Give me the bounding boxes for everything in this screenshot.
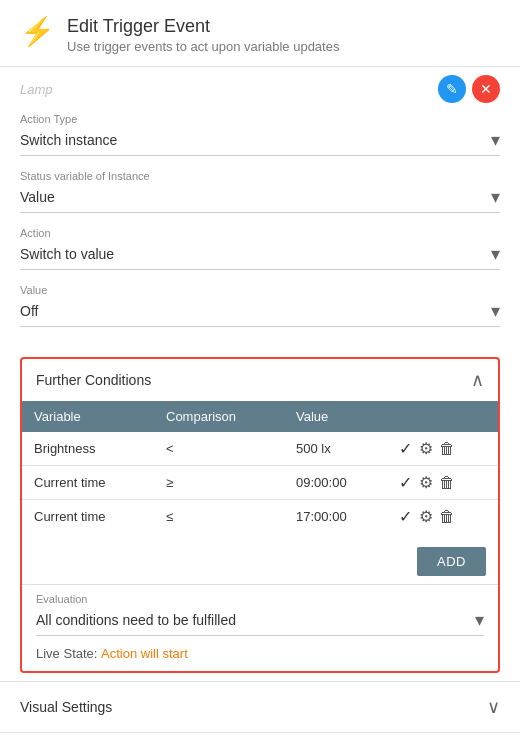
visual-settings-section[interactable]: Visual Settings ∨: [0, 681, 520, 732]
row-comparison: <: [154, 432, 284, 466]
gear-icon[interactable]: ⚙: [419, 474, 433, 491]
delete-row-icon[interactable]: 🗑: [439, 474, 455, 491]
visual-settings-chevron: ∨: [487, 696, 500, 718]
dialog-header: ⚡ Edit Trigger Event Use trigger events …: [0, 0, 520, 67]
gear-icon[interactable]: ⚙: [419, 440, 433, 457]
live-state-value[interactable]: Action will start: [101, 646, 188, 661]
action-arrow: ▾: [491, 243, 500, 265]
row-variable: Current time: [22, 500, 154, 534]
content-inner: Lamp ✎ ✕ Action Type Switch instance ▾: [0, 67, 520, 749]
delete-row-icon[interactable]: 🗑: [439, 508, 455, 525]
value-select[interactable]: Off ▾: [20, 300, 500, 327]
live-state: Live State: Action will start: [22, 642, 498, 671]
row-value: 09:00:00: [284, 466, 387, 500]
evaluation-value: All conditions need to be fulfilled: [36, 612, 475, 628]
row-value: 17:00:00: [284, 500, 387, 534]
truncated-area: Lamp ✎ ✕: [0, 67, 520, 105]
row-actions: ✓ ⚙ 🗑: [387, 500, 498, 534]
col-variable: Variable: [22, 401, 154, 432]
value-arrow: ▾: [491, 300, 500, 322]
row-variable: Current time: [22, 466, 154, 500]
row-comparison: ≤: [154, 500, 284, 534]
status-variable-field: Status variable of Instance Value ▾: [20, 170, 500, 213]
visual-settings-title: Visual Settings: [20, 699, 112, 715]
further-conditions-header[interactable]: Further Conditions ∧: [22, 359, 498, 401]
header-text: Edit Trigger Event Use trigger events to…: [67, 16, 339, 54]
status-variable-value: Value: [20, 189, 491, 205]
evaluation-arrow: ▾: [475, 609, 484, 631]
action-type-value: Switch instance: [20, 132, 491, 148]
further-conditions-title: Further Conditions: [36, 372, 151, 388]
row-value: 500 lx: [284, 432, 387, 466]
add-button[interactable]: ADD: [417, 547, 486, 576]
action-label: Action: [20, 227, 500, 239]
action-type-select[interactable]: Switch instance ▾: [20, 129, 500, 156]
action-field: Action Switch to value ▾: [20, 227, 500, 270]
col-value: Value: [284, 401, 387, 432]
delete-icon-button[interactable]: ✕: [472, 75, 500, 103]
row-variable: Brightness: [22, 432, 154, 466]
truncated-label: Lamp: [20, 82, 53, 97]
action-type-field: Action Type Switch instance ▾: [20, 113, 500, 156]
evaluation-select[interactable]: All conditions need to be fulfilled ▾: [36, 609, 484, 636]
action-value: Switch to value: [20, 246, 491, 262]
further-conditions-section: Further Conditions ∧ Variable Comparison…: [20, 357, 500, 673]
table-row: Current time ≥ 09:00:00 ✓ ⚙ 🗑: [22, 466, 498, 500]
delete-row-icon[interactable]: 🗑: [439, 440, 455, 457]
status-variable-arrow: ▾: [491, 186, 500, 208]
row-actions: ✓ ⚙ 🗑: [387, 466, 498, 500]
live-state-label: Live State:: [36, 646, 97, 661]
status-variable-select[interactable]: Value ▾: [20, 186, 500, 213]
value-label: Value: [20, 284, 500, 296]
action-type-arrow: ▾: [491, 129, 500, 151]
table-row: Brightness < 500 lx ✓ ⚙ 🗑: [22, 432, 498, 466]
action-type-label: Action Type: [20, 113, 500, 125]
further-conditions-chevron: ∧: [471, 369, 484, 391]
row-comparison: ≥: [154, 466, 284, 500]
action-select[interactable]: Switch to value ▾: [20, 243, 500, 270]
evaluation-section: Evaluation All conditions need to be ful…: [22, 584, 498, 642]
check-icon[interactable]: ✓: [399, 508, 412, 525]
fields-area: Action Type Switch instance ▾ Status var…: [0, 105, 520, 349]
status-variable-label: Status variable of Instance: [20, 170, 500, 182]
row-actions: ✓ ⚙ 🗑: [387, 432, 498, 466]
advanced-settings-section[interactable]: Advanced Settings ∨: [0, 732, 520, 749]
value-field: Value Off ▾: [20, 284, 500, 327]
check-icon[interactable]: ✓: [399, 440, 412, 457]
dialog-subtitle: Use trigger events to act upon variable …: [67, 39, 339, 54]
trigger-icon: ⚡: [20, 18, 55, 46]
table-row: Current time ≤ 17:00:00 ✓ ⚙ 🗑: [22, 500, 498, 534]
gear-icon[interactable]: ⚙: [419, 508, 433, 525]
evaluation-label: Evaluation: [36, 593, 484, 605]
edit-icon-button[interactable]: ✎: [438, 75, 466, 103]
dialog-title: Edit Trigger Event: [67, 16, 339, 37]
value-select-value: Off: [20, 303, 491, 319]
main-content: Lamp ✎ ✕ Action Type Switch instance ▾: [0, 67, 520, 749]
col-actions: [387, 401, 498, 432]
col-comparison: Comparison: [154, 401, 284, 432]
add-row: ADD: [22, 539, 498, 584]
conditions-table: Variable Comparison Value Brightness < 5…: [22, 401, 498, 533]
check-icon[interactable]: ✓: [399, 474, 412, 491]
table-header-row: Variable Comparison Value: [22, 401, 498, 432]
